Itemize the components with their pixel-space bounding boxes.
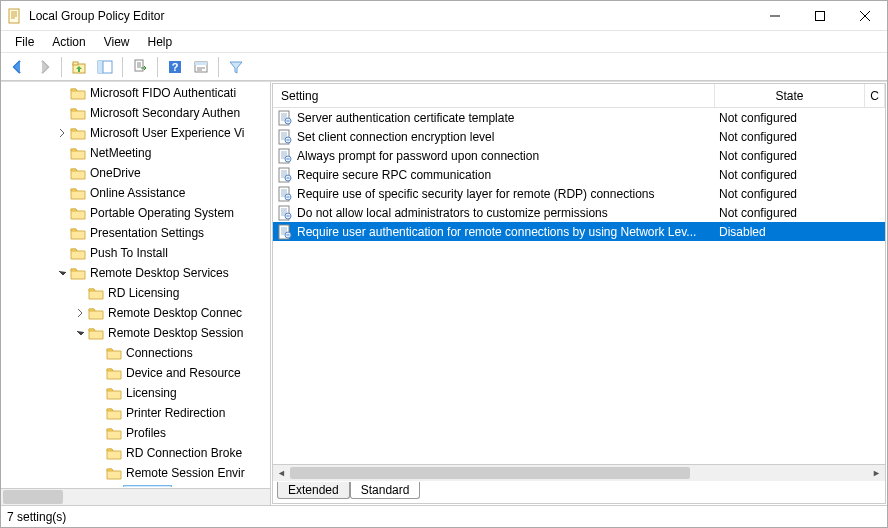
setting-name: Require secure RPC communication — [297, 168, 715, 182]
tree-view[interactable]: Microsoft FIDO AuthenticatiMicrosoft Sec… — [2, 83, 269, 487]
tree-item-label: Connections — [126, 346, 193, 360]
filter-icon[interactable] — [225, 56, 247, 78]
chevron-down-icon[interactable] — [74, 327, 86, 339]
settings-row[interactable]: Server authentication certificate templa… — [273, 108, 885, 127]
detail-tabs: Extended Standard — [273, 481, 885, 503]
settings-rows[interactable]: Server authentication certificate templa… — [273, 108, 885, 464]
tab-standard[interactable]: Standard — [350, 482, 421, 499]
chevron-right-icon[interactable] — [56, 127, 68, 139]
app-icon — [7, 8, 23, 24]
svg-rect-5 — [98, 61, 103, 73]
tree-item[interactable]: Remote Session Envir — [2, 463, 269, 483]
chevron-down-icon[interactable] — [56, 267, 68, 279]
tree-item[interactable]: OneDrive — [2, 163, 269, 183]
policy-icon — [277, 224, 293, 240]
list-horizontal-scrollbar[interactable]: ◄► — [273, 464, 885, 481]
tree-item-label: OneDrive — [90, 166, 141, 180]
tree-item[interactable]: Licensing — [2, 383, 269, 403]
tree-spacer — [56, 247, 68, 259]
tree-item-label: Printer Redirection — [126, 406, 225, 420]
tree-item-label: Remote Desktop Session — [108, 326, 243, 340]
tree-item-label: RD Connection Broke — [126, 446, 242, 460]
svg-rect-3 — [73, 62, 78, 65]
column-headers: Setting State C — [273, 84, 885, 108]
show-hide-tree-button[interactable] — [94, 56, 116, 78]
folder-icon — [70, 186, 86, 200]
up-button[interactable] — [68, 56, 90, 78]
tree-item[interactable]: Device and Resource — [2, 363, 269, 383]
settings-row[interactable]: Do not allow local administrators to cus… — [273, 203, 885, 222]
settings-row[interactable]: Set client connection encryption levelNo… — [273, 127, 885, 146]
export-list-button[interactable] — [129, 56, 151, 78]
tree-item-label: Profiles — [126, 426, 166, 440]
tree-item[interactable]: Portable Operating System — [2, 203, 269, 223]
folder-icon — [106, 386, 122, 400]
policy-icon — [277, 205, 293, 221]
tree-item[interactable]: Printer Redirection — [2, 403, 269, 423]
tree-spacer — [92, 427, 104, 439]
tree-spacer — [56, 227, 68, 239]
setting-state: Not configured — [715, 111, 865, 125]
tree-horizontal-scrollbar[interactable] — [1, 488, 270, 505]
chevron-right-icon[interactable] — [74, 307, 86, 319]
folder-icon — [70, 146, 86, 160]
folder-icon — [106, 486, 122, 487]
settings-row[interactable]: Always prompt for password upon connecti… — [273, 146, 885, 165]
tree-item[interactable]: Security — [2, 483, 269, 487]
tree-item[interactable]: Connections — [2, 343, 269, 363]
setting-state: Not configured — [715, 206, 865, 220]
tree-item[interactable]: RD Licensing — [2, 283, 269, 303]
tree-item[interactable]: Push To Install — [2, 243, 269, 263]
tree-item[interactable]: NetMeeting — [2, 143, 269, 163]
policy-icon — [277, 167, 293, 183]
tree-item[interactable]: Microsoft FIDO Authenticati — [2, 83, 269, 103]
settings-row[interactable]: Require user authentication for remote c… — [273, 222, 885, 241]
menu-help[interactable]: Help — [140, 33, 181, 51]
tab-extended[interactable]: Extended — [277, 482, 350, 499]
folder-icon — [106, 446, 122, 460]
tree-item[interactable]: Remote Desktop Session — [2, 323, 269, 343]
tree-item[interactable]: Microsoft Secondary Authen — [2, 103, 269, 123]
folder-icon — [106, 366, 122, 380]
menu-file[interactable]: File — [7, 33, 42, 51]
close-button[interactable] — [842, 1, 887, 30]
tree-item[interactable]: Online Assistance — [2, 183, 269, 203]
tree-spacer — [56, 187, 68, 199]
settings-row[interactable]: Require use of specific security layer f… — [273, 184, 885, 203]
settings-row[interactable]: Require secure RPC communicationNot conf… — [273, 165, 885, 184]
tree-spacer — [56, 147, 68, 159]
tree-item-label: Online Assistance — [90, 186, 185, 200]
setting-state: Disabled — [715, 225, 865, 239]
properties-icon[interactable] — [190, 56, 212, 78]
folder-icon — [88, 326, 104, 340]
setting-name: Require use of specific security layer f… — [297, 187, 715, 201]
minimize-button[interactable] — [752, 1, 797, 30]
setting-name: Always prompt for password upon connecti… — [297, 149, 715, 163]
policy-icon — [277, 186, 293, 202]
column-comment[interactable]: C — [865, 84, 885, 107]
body-split: Microsoft FIDO AuthenticatiMicrosoft Sec… — [1, 81, 887, 505]
tree-spacer — [56, 167, 68, 179]
folder-icon — [106, 466, 122, 480]
column-state[interactable]: State — [715, 84, 865, 107]
forward-button[interactable] — [33, 56, 55, 78]
folder-icon — [70, 206, 86, 220]
column-setting[interactable]: Setting — [273, 84, 715, 107]
menu-view[interactable]: View — [96, 33, 138, 51]
tree-item[interactable]: Profiles — [2, 423, 269, 443]
tree-item[interactable]: Microsoft User Experience Vi — [2, 123, 269, 143]
menu-action[interactable]: Action — [44, 33, 93, 51]
title-bar: Local Group Policy Editor — [1, 1, 887, 31]
policy-icon — [277, 110, 293, 126]
tree-item[interactable]: Remote Desktop Services — [2, 263, 269, 283]
back-button[interactable] — [7, 56, 29, 78]
tree-item[interactable]: RD Connection Broke — [2, 443, 269, 463]
help-icon[interactable]: ? — [164, 56, 186, 78]
tree-item[interactable]: Presentation Settings — [2, 223, 269, 243]
tree-item[interactable]: Remote Desktop Connec — [2, 303, 269, 323]
setting-state: Not configured — [715, 130, 865, 144]
tree-item-label: RD Licensing — [108, 286, 179, 300]
setting-state: Not configured — [715, 187, 865, 201]
maximize-button[interactable] — [797, 1, 842, 30]
folder-icon — [70, 126, 86, 140]
